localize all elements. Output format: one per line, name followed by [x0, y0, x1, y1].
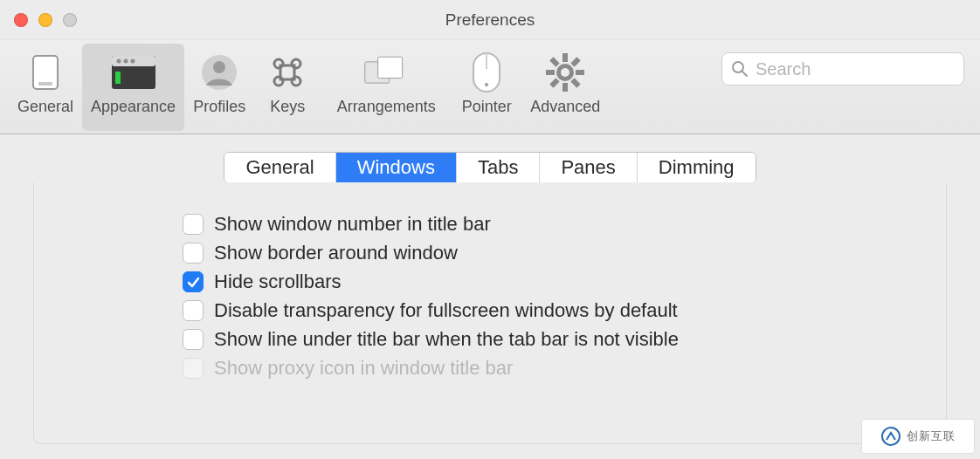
- tab-keys[interactable]: Keys: [254, 44, 321, 131]
- svg-point-4: [116, 59, 121, 64]
- profiles-icon: [195, 49, 244, 96]
- subtab-dimming[interactable]: Dimming: [638, 153, 756, 182]
- svg-rect-25: [571, 57, 581, 66]
- checkbox-show-line-under-titlebar[interactable]: [183, 329, 204, 350]
- option-row: Show window number in title bar: [183, 213, 806, 236]
- svg-rect-26: [550, 78, 560, 87]
- tab-general[interactable]: General: [9, 44, 82, 131]
- keys-icon: [263, 49, 312, 96]
- svg-line-31: [742, 72, 747, 76]
- search-field[interactable]: [721, 52, 964, 86]
- preferences-window: Preferences General: [0, 0, 980, 459]
- close-button[interactable]: [14, 13, 28, 27]
- checkbox-hide-scrollbars[interactable]: [183, 271, 204, 292]
- appearance-icon: [109, 49, 158, 96]
- checkbox-show-proxy-icon: [183, 358, 204, 379]
- option-label: Show proxy icon in window title bar: [214, 357, 513, 380]
- subtab-panes[interactable]: Panes: [540, 153, 637, 182]
- checkbox-show-border[interactable]: [183, 243, 204, 264]
- option-label: Hide scrollbars: [214, 271, 342, 293]
- option-row: Show border around window: [183, 242, 806, 264]
- checkbox-show-window-number[interactable]: [183, 214, 204, 235]
- subtab-windows[interactable]: Windows: [336, 153, 457, 182]
- option-label: Show window number in title bar: [214, 213, 491, 236]
- svg-rect-22: [562, 83, 568, 92]
- tab-advanced[interactable]: Advanced: [521, 44, 609, 131]
- svg-rect-24: [576, 70, 584, 75]
- pointer-icon: [462, 49, 511, 96]
- svg-point-30: [733, 62, 743, 72]
- subtab-general[interactable]: General: [224, 153, 335, 182]
- tab-pointer[interactable]: Pointer: [452, 44, 521, 131]
- tab-appearance[interactable]: Appearance: [82, 44, 184, 131]
- option-label: Show border around window: [214, 242, 458, 264]
- tab-arrangements-label: Arrangements: [337, 98, 436, 116]
- svg-point-6: [130, 59, 135, 64]
- tab-general-label: General: [17, 98, 73, 116]
- general-icon: [21, 49, 70, 96]
- watermark-text: 创新互联: [907, 428, 956, 444]
- svg-point-29: [561, 68, 569, 77]
- zoom-button-disabled: [63, 13, 77, 27]
- svg-rect-23: [546, 70, 555, 75]
- svg-point-32: [882, 428, 900, 445]
- search-icon: [731, 60, 749, 78]
- option-row: Show line under title bar when the tab b…: [183, 328, 806, 351]
- arrangements-icon: [362, 49, 411, 96]
- tab-appearance-label: Appearance: [91, 98, 176, 116]
- option-row: Disable transparency for fullscreen wind…: [183, 299, 806, 322]
- tab-keys-label: Keys: [270, 98, 305, 116]
- option-row: Show proxy icon in window title bar: [183, 357, 806, 380]
- watermark-badge: 创新互联: [861, 419, 975, 454]
- svg-rect-1: [38, 82, 52, 86]
- tab-arrangements[interactable]: Arrangements: [321, 44, 452, 131]
- checkbox-disable-transparency[interactable]: [183, 300, 204, 321]
- appearance-subtabs: General Windows Tabs Panes Dimming: [224, 152, 756, 183]
- option-row: Hide scrollbars: [183, 271, 806, 293]
- tab-profiles-label: Profiles: [193, 98, 245, 116]
- option-label: Disable transparency for fullscreen wind…: [214, 299, 678, 322]
- tab-profiles[interactable]: Profiles: [184, 44, 254, 131]
- tab-pointer-label: Pointer: [462, 98, 512, 116]
- gear-icon: [541, 49, 590, 96]
- content-area: General Windows Tabs Panes Dimming Show …: [0, 134, 980, 445]
- svg-point-19: [485, 83, 488, 86]
- window-title: Preferences: [0, 10, 980, 30]
- svg-rect-16: [378, 57, 403, 78]
- traffic-lights: [14, 13, 77, 27]
- svg-point-5: [123, 59, 128, 64]
- svg-rect-28: [571, 78, 581, 87]
- svg-rect-27: [550, 57, 560, 66]
- subtab-tabs[interactable]: Tabs: [457, 153, 540, 182]
- watermark-icon: [880, 426, 901, 447]
- minimize-button[interactable]: [38, 13, 52, 27]
- titlebar: Preferences: [0, 0, 980, 40]
- svg-rect-21: [562, 53, 568, 62]
- option-label: Show line under title bar when the tab b…: [214, 328, 679, 351]
- search-input[interactable]: [756, 59, 955, 79]
- svg-point-9: [213, 61, 225, 73]
- windows-settings-panel: Show window number in title bar Show bor…: [33, 182, 947, 444]
- tab-advanced-label: Advanced: [530, 98, 600, 116]
- svg-rect-7: [115, 72, 121, 84]
- preferences-toolbar: General Appearance: [0, 40, 980, 134]
